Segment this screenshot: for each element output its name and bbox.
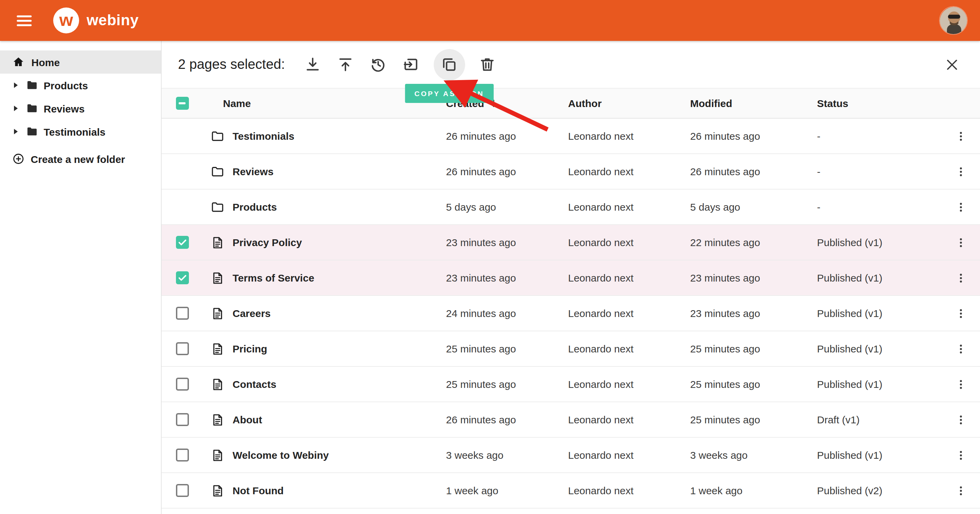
table-row[interactable]: Pricing 25 minutes ago Leonardo next 25 … [162, 331, 980, 367]
row-checkbox[interactable] [176, 484, 189, 497]
copy-as-json-button[interactable]: COPY AS JSON [434, 49, 465, 80]
row-modified: 26 minutes ago [690, 130, 817, 142]
row-author: Leonardo next [568, 201, 690, 213]
row-author: Leonardo next [568, 343, 690, 354]
table-row[interactable]: Welcome to Webiny 3 weeks ago Leonardo n… [162, 438, 980, 473]
row-checkbox[interactable] [176, 271, 189, 284]
document-icon [211, 306, 224, 320]
create-new-folder-button[interactable]: Create a new folder [0, 147, 161, 170]
table-row[interactable]: Terms of Service 23 minutes ago Leonardo… [162, 260, 980, 296]
download-button[interactable] [303, 54, 323, 75]
row-name: Testimonials [232, 130, 294, 142]
row-modified: 23 minutes ago [690, 308, 817, 319]
row-author: Leonardo next [568, 485, 690, 496]
row-actions-menu[interactable] [951, 268, 970, 287]
row-actions-menu[interactable] [951, 339, 970, 358]
sidebar-item-home[interactable]: Home [0, 51, 161, 74]
row-modified: 1 week ago [690, 485, 817, 496]
row-checkbox[interactable] [176, 413, 189, 426]
row-author: Leonardo next [568, 449, 690, 461]
select-all-checkbox[interactable] [176, 97, 189, 110]
table-body: Testimonials 26 minutes ago Leonardo nex… [162, 119, 980, 509]
upload-button[interactable] [336, 54, 356, 75]
row-modified: 25 minutes ago [690, 414, 817, 425]
row-checkbox[interactable] [176, 449, 189, 462]
table-row[interactable]: Contacts 25 minutes ago Leonardo next 25… [162, 367, 980, 402]
row-name: Pricing [232, 343, 267, 354]
kebab-menu-icon [955, 307, 967, 319]
row-checkbox[interactable] [176, 307, 189, 320]
row-modified: 23 minutes ago [690, 272, 817, 284]
kebab-menu-icon [955, 165, 967, 178]
table-row[interactable]: Not Found 1 week ago Leonardo next 1 wee… [162, 473, 980, 509]
column-header-author[interactable]: Author [568, 97, 690, 109]
row-actions-menu[interactable] [951, 374, 970, 394]
logo-letter: w [59, 11, 73, 28]
row-created: 26 minutes ago [446, 414, 568, 425]
row-actions-menu[interactable] [951, 304, 970, 323]
row-status: Draft (v1) [817, 414, 942, 425]
row-author: Leonardo next [568, 414, 690, 425]
row-actions-menu[interactable] [951, 233, 970, 252]
row-status: Published (v1) [817, 343, 942, 354]
row-name: Not Found [232, 485, 284, 496]
row-modified: 5 days ago [690, 201, 817, 213]
delete-button[interactable] [477, 54, 498, 75]
row-modified: 25 minutes ago [690, 343, 817, 354]
chevron-right-icon [12, 128, 19, 135]
chevron-right-icon [12, 82, 19, 89]
sidebar-item-products[interactable]: Products [0, 74, 161, 97]
row-checkbox[interactable] [176, 342, 189, 355]
restore-button[interactable] [368, 54, 389, 75]
sidebar-item-reviews[interactable]: Reviews [0, 97, 161, 120]
row-actions-menu[interactable] [951, 410, 970, 429]
row-checkbox[interactable] [176, 236, 189, 249]
row-author: Leonardo next [568, 308, 690, 319]
folder-icon [26, 79, 38, 91]
selection-count-label: 2 pages selected: [178, 57, 285, 72]
close-selection-button[interactable] [942, 54, 962, 75]
table-row[interactable]: Reviews 26 minutes ago Leonardo next 26 … [162, 154, 980, 189]
sidebar-item-testimonials[interactable]: Testimonials [0, 120, 161, 143]
document-icon [211, 236, 224, 249]
document-icon [211, 448, 224, 462]
sidebar-item-label: Products [44, 79, 88, 91]
webiny-logo-icon[interactable]: w [53, 8, 79, 33]
user-avatar[interactable] [939, 6, 968, 35]
table-row[interactable]: Privacy Policy 23 minutes ago Leonardo n… [162, 225, 980, 260]
row-created: 25 minutes ago [446, 378, 568, 390]
row-actions-menu[interactable] [951, 162, 970, 181]
folder-icon [211, 129, 224, 143]
topbar: w webiny [0, 0, 980, 41]
move-to-folder-button[interactable] [401, 54, 422, 75]
row-actions-menu[interactable] [951, 481, 970, 500]
plus-circle-icon [12, 153, 25, 165]
table-row[interactable]: About 26 minutes ago Leonardo next 25 mi… [162, 402, 980, 438]
table-row[interactable]: Testimonials 26 minutes ago Leonardo nex… [162, 119, 980, 154]
column-header-modified[interactable]: Modified [690, 97, 817, 109]
document-icon [211, 271, 224, 285]
kebab-menu-icon [955, 449, 967, 461]
table-row[interactable]: Careers 24 minutes ago Leonardo next 23 … [162, 296, 980, 331]
row-created: 26 minutes ago [446, 130, 568, 142]
kebab-menu-icon [955, 236, 967, 249]
row-status: Published (v2) [817, 485, 942, 496]
table-row[interactable]: Products 5 days ago Leonardo next 5 days… [162, 189, 980, 225]
row-status: Published (v1) [817, 272, 942, 284]
sidebar-item-label: Home [31, 56, 60, 68]
row-actions-menu[interactable] [951, 127, 970, 146]
hamburger-menu-icon[interactable] [14, 10, 34, 31]
document-icon [211, 342, 224, 355]
row-modified: 26 minutes ago [690, 166, 817, 177]
row-name: Reviews [232, 166, 274, 177]
row-actions-menu[interactable] [951, 446, 970, 465]
kebab-menu-icon [955, 272, 967, 284]
folder-icon [26, 102, 38, 114]
row-status: - [817, 166, 942, 177]
row-actions-menu[interactable] [951, 197, 970, 216]
document-icon [211, 413, 224, 427]
webiny-page-manager: w webiny Home Products Review [0, 0, 980, 514]
column-header-status[interactable]: Status [817, 97, 942, 109]
row-checkbox[interactable] [176, 378, 189, 390]
row-author: Leonardo next [568, 272, 690, 284]
